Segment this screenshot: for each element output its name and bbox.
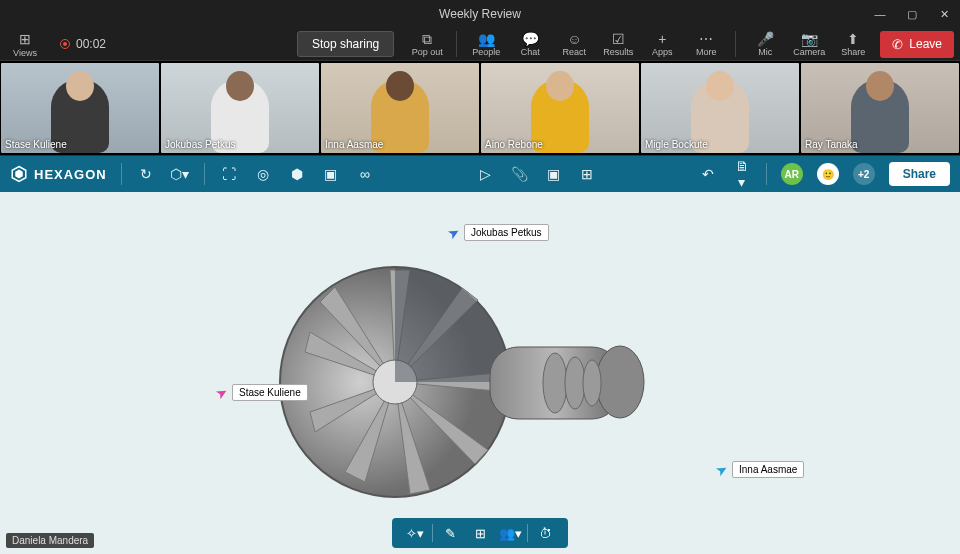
play-icon[interactable]: ▷ [475, 166, 495, 182]
participant-name: Aino Rebone [485, 139, 543, 150]
brand-name: HEXAGON [34, 167, 107, 182]
meeting-tools: ⧉Pop out 👥People 💬Chat ☺React ☑Results +… [406, 31, 874, 57]
more-icon: ⋯ [699, 31, 713, 46]
apps-button[interactable]: +Apps [641, 31, 683, 57]
cursor-icon: ➤ [445, 223, 463, 243]
window-title: Weekly Review [439, 7, 521, 21]
people-button[interactable]: 👥People [465, 31, 507, 57]
mic-icon: 🎤 [757, 31, 774, 46]
react-button[interactable]: ☺React [553, 31, 595, 57]
hexagon-icon [10, 165, 28, 183]
document-dropdown-icon[interactable]: 🗎▾ [732, 158, 752, 190]
camera-tool-icon[interactable]: ▣ [543, 166, 563, 182]
camera-icon: 📷 [801, 31, 818, 46]
canvas-area[interactable]: ➤ Jokubas Petkus ➤ Stase Kuliene ➤ Inna … [0, 192, 960, 554]
cursor-aasmae: ➤ Inna Aasmae [716, 461, 804, 478]
presenter-name-tag: Daniela Mandera [6, 533, 94, 548]
svg-point-5 [596, 346, 644, 418]
link-icon[interactable]: ∞ [355, 166, 375, 182]
minimize-button[interactable]: — [864, 0, 896, 28]
participant-name: Inna Aasmae [325, 139, 383, 150]
react-icon: ☺ [567, 31, 581, 46]
hangup-icon: ✆ [892, 37, 903, 52]
grid-icon: ⊞ [19, 31, 31, 47]
popout-icon: ⧉ [422, 31, 432, 46]
cursor-icon: ➤ [713, 460, 731, 480]
results-button[interactable]: ☑Results [597, 31, 639, 57]
app-toolbar: HEXAGON ↻ ⬡▾ ⛶ ◎ ⬢ ▣ ∞ ▷ 📎 ▣ ⊞ ↶ 🗎▾ AR 🙂… [0, 156, 960, 192]
fullscreen-icon[interactable]: ⛶ [219, 166, 239, 182]
user-avatar-2[interactable]: 🙂 [817, 163, 839, 185]
overflow-avatar[interactable]: +2 [853, 163, 875, 185]
chat-button[interactable]: 💬Chat [509, 31, 551, 57]
add-box-icon[interactable]: ⊞ [467, 526, 493, 541]
record-icon [60, 39, 70, 49]
svg-point-7 [565, 357, 585, 409]
recording-indicator: 00:02 [60, 37, 106, 51]
apps-icon: + [658, 31, 666, 46]
chat-icon: 💬 [522, 31, 539, 46]
box-icon[interactable]: ▣ [321, 166, 341, 182]
participant-tile[interactable]: Inna Aasmae [321, 63, 479, 153]
participant-name: Jokubas Petkus [165, 139, 236, 150]
participant-name: Ray Tanaka [805, 139, 858, 150]
views-button[interactable]: ⊞ Views [6, 31, 44, 58]
attach-icon[interactable]: 📎 [509, 166, 529, 182]
mic-button[interactable]: 🎤Mic [744, 31, 786, 57]
maximize-button[interactable]: ▢ [896, 0, 928, 28]
participant-tile[interactable]: Stase Kuliene [1, 63, 159, 153]
people-icon: 👥 [478, 31, 495, 46]
turbine-model[interactable] [260, 212, 660, 512]
brand-logo[interactable]: HEXAGON [10, 165, 107, 183]
cursor-kuliene: ➤ Stase Kuliene [216, 384, 308, 401]
participant-gallery: Stase Kuliene Jokubas Petkus Inna Aasmae… [0, 60, 960, 156]
canvas-toolbar: ✧▾ ✎ ⊞ 👥▾ ⏱ [392, 518, 568, 548]
svg-point-8 [583, 360, 601, 406]
close-button[interactable]: ✕ [928, 0, 960, 28]
title-bar: Weekly Review — ▢ ✕ [0, 0, 960, 28]
participant-tile[interactable]: Ray Tanaka [801, 63, 959, 153]
participant-name: Migle Bockute [645, 139, 708, 150]
participant-name: Stase Kuliene [5, 139, 67, 150]
svg-point-6 [543, 353, 567, 413]
participant-tile[interactable]: Migle Bockute [641, 63, 799, 153]
target-icon[interactable]: ◎ [253, 166, 273, 182]
meeting-toolbar: ⊞ Views 00:02 Stop sharing ⧉Pop out 👥Peo… [0, 28, 960, 60]
user-avatar-ar[interactable]: AR [781, 163, 803, 185]
popout-button[interactable]: ⧉Pop out [406, 31, 448, 57]
cube-dropdown-icon[interactable]: ⬡▾ [170, 166, 190, 182]
timer-icon[interactable]: ⏱ [532, 526, 558, 541]
cursor-icon: ➤ [213, 383, 231, 403]
share-icon: ⬆ [847, 31, 859, 46]
refresh-icon[interactable]: ↻ [136, 166, 156, 182]
share-button[interactable]: ⬆Share [832, 31, 874, 57]
recording-time: 00:02 [76, 37, 106, 51]
package-icon[interactable]: ⬢ [287, 166, 307, 182]
stop-sharing-button[interactable]: Stop sharing [297, 31, 394, 57]
more-button[interactable]: ⋯More [685, 31, 727, 57]
participant-tile[interactable]: Jokubas Petkus [161, 63, 319, 153]
undo-icon[interactable]: ↶ [698, 166, 718, 182]
results-icon: ☑ [612, 31, 625, 46]
camera-button[interactable]: 📷Camera [788, 31, 830, 57]
add-panel-icon[interactable]: ⊞ [577, 166, 597, 182]
leave-button[interactable]: ✆ Leave [880, 31, 954, 58]
people-tool-icon[interactable]: 👥▾ [497, 526, 523, 541]
svg-marker-1 [15, 170, 23, 179]
participant-tile[interactable]: Aino Rebone [481, 63, 639, 153]
wand-icon[interactable]: ✧▾ [402, 526, 428, 541]
cursor-petkus: ➤ Jokubas Petkus [448, 224, 549, 241]
app-share-button[interactable]: Share [889, 162, 950, 186]
pen-icon[interactable]: ✎ [437, 526, 463, 541]
